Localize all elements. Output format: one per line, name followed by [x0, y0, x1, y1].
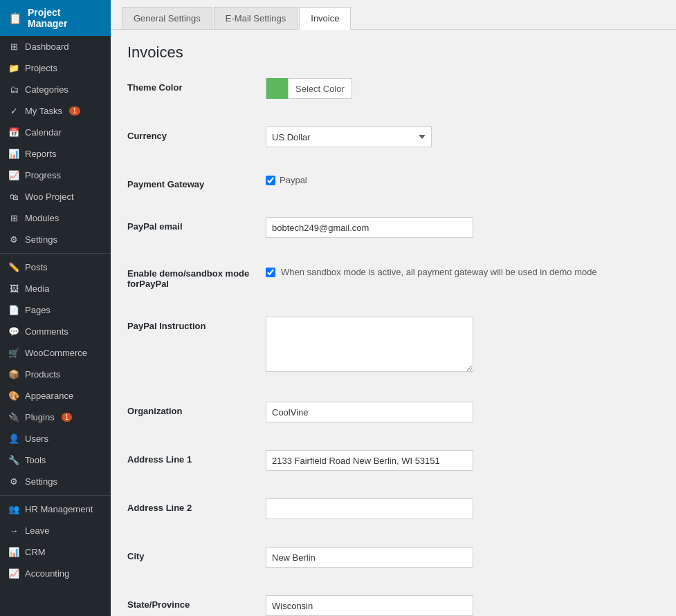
sidebar-item-settings[interactable]: ⚙ Settings: [0, 229, 111, 250]
sidebar-item-label: Settings: [25, 476, 57, 487]
paypal-instruction-label: PayPal Instruction: [127, 317, 266, 331]
sidebar-item-label: Categories: [25, 84, 68, 95]
sidebar-item-label: HR Management: [25, 504, 93, 514]
users-icon: 👤: [8, 433, 19, 444]
sandbox-checkbox[interactable]: [266, 268, 275, 277]
color-picker-label: Select Color: [289, 84, 351, 94]
sidebar-item-label: Woo Project: [25, 192, 74, 202]
tools-icon: 🔧: [8, 455, 19, 465]
address-line-2-row: Address Line 2: [127, 498, 659, 533]
color-picker-button[interactable]: Select Color: [266, 78, 352, 99]
sidebar-item-projects[interactable]: 📁 Projects: [0, 57, 111, 79]
tab-invoice[interactable]: Invoice: [299, 7, 351, 30]
categories-icon: 🗂: [8, 84, 19, 95]
paypal-checkbox[interactable]: [266, 176, 275, 185]
my-tasks-badge: 1: [69, 106, 80, 115]
sidebar-item-label: WooCommerce: [25, 348, 87, 358]
city-row: City: [127, 547, 659, 581]
sidebar-header[interactable]: 📋 Project Manager: [0, 0, 111, 36]
sidebar-divider-1: [0, 253, 111, 254]
woo-project-icon: 🛍: [8, 192, 19, 202]
sidebar-item-accounting[interactable]: 📈 Accounting: [0, 563, 111, 584]
sidebar-item-label: Modules: [25, 213, 59, 223]
sidebar-item-label: Posts: [25, 262, 48, 272]
color-swatch: [266, 78, 289, 99]
sidebar-item-appearance[interactable]: 🎨 Appearance: [0, 385, 111, 407]
accounting-icon: 📈: [8, 568, 19, 579]
woocommerce-icon: 🛒: [8, 348, 19, 358]
sidebar-item-my-tasks[interactable]: ✓ My Tasks 1: [0, 100, 111, 122]
paypal-instruction-row: PayPal Instruction: [127, 317, 659, 388]
paypal-email-input[interactable]: [266, 217, 473, 238]
sidebar-item-woocommerce[interactable]: 🛒 WooCommerce: [0, 342, 111, 364]
paypal-checkbox-row: Paypal: [266, 175, 659, 185]
organization-label: Organization: [127, 402, 266, 416]
theme-color-label: Theme Color: [127, 78, 266, 93]
sidebar-item-label: Calendar: [25, 127, 62, 138]
sidebar-item-label: Accounting: [25, 568, 69, 579]
products-icon: 📦: [8, 369, 19, 380]
sidebar-item-label: Plugins: [25, 412, 55, 422]
sandbox-mode-label: Enable demo/sandbox mode forPayPal: [127, 265, 266, 289]
sidebar-item-tools[interactable]: 🔧 Tools: [0, 449, 111, 471]
sidebar-item-modules[interactable]: ⊞ Modules: [0, 207, 111, 229]
state-row: State/Province: [127, 595, 659, 616]
paypal-instruction-textarea[interactable]: [266, 317, 473, 372]
tab-email-settings[interactable]: E-Mail Settings: [214, 7, 298, 29]
progress-icon: 📈: [8, 170, 19, 180]
sidebar-item-woo-project[interactable]: 🛍 Woo Project: [0, 186, 111, 207]
sidebar-item-comments[interactable]: 💬 Comments: [0, 321, 111, 342]
currency-label: Currency: [127, 127, 266, 141]
sidebar-item-dashboard[interactable]: ⊞ Dashboard: [0, 36, 111, 57]
city-control: [266, 547, 659, 568]
sidebar-item-pages[interactable]: 📄 Pages: [0, 299, 111, 321]
sidebar: 📋 Project Manager ⊞ Dashboard 📁 Projects…: [0, 0, 111, 616]
city-label: City: [127, 547, 266, 561]
sidebar-item-label: Products: [25, 369, 60, 380]
project-manager-icon: 📋: [8, 12, 22, 25]
wp-settings-icon: ⚙: [8, 476, 19, 487]
sidebar-item-progress[interactable]: 📈 Progress: [0, 165, 111, 186]
sidebar-item-calendar[interactable]: 📅 Calendar: [0, 122, 111, 143]
address-line-2-input[interactable]: [266, 498, 473, 519]
sidebar-item-crm[interactable]: 📊 CRM: [0, 541, 111, 563]
state-label: State/Province: [127, 595, 266, 610]
projects-icon: 📁: [8, 63, 19, 73]
sidebar-item-label: Dashboard: [25, 41, 69, 52]
sidebar-item-products[interactable]: 📦 Products: [0, 364, 111, 385]
theme-color-control: Select Color: [266, 78, 659, 99]
theme-color-row: Theme Color Select Color: [127, 78, 659, 113]
sidebar-item-plugins[interactable]: 🔌 Plugins 1: [0, 407, 111, 428]
sandbox-checkbox-row: When sandbox mode is active, all payment…: [266, 265, 659, 279]
state-input[interactable]: [266, 595, 473, 616]
address-line-1-label: Address Line 1: [127, 450, 266, 465]
page-body: Invoices Theme Color Select Color Curren…: [111, 30, 676, 616]
address-line-1-input[interactable]: [266, 450, 473, 471]
sidebar-item-label: Reports: [25, 149, 57, 159]
organization-input[interactable]: [266, 402, 473, 422]
sidebar-title: Project Manager: [28, 7, 102, 29]
paypal-checkbox-label: Paypal: [280, 175, 307, 185]
address-line-1-control: [266, 450, 659, 471]
sidebar-item-leave[interactable]: → Leave: [0, 520, 111, 541]
city-input[interactable]: [266, 547, 473, 568]
address-line-2-label: Address Line 2: [127, 498, 266, 513]
sidebar-item-posts[interactable]: ✏️ Posts: [0, 256, 111, 278]
sidebar-item-categories[interactable]: 🗂 Categories: [0, 79, 111, 100]
sidebar-item-label: My Tasks: [25, 106, 62, 116]
sidebar-item-users[interactable]: 👤 Users: [0, 428, 111, 449]
pages-icon: 📄: [8, 305, 19, 315]
currency-select[interactable]: US DollarEuroBritish PoundCanadian Dolla…: [266, 127, 432, 147]
settings-icon: ⚙: [8, 234, 19, 245]
sidebar-item-reports[interactable]: 📊 Reports: [0, 143, 111, 165]
reports-icon: 📊: [8, 149, 19, 159]
sidebar-item-media[interactable]: 🖼 Media: [0, 278, 111, 299]
plugins-badge: 1: [62, 413, 73, 422]
dashboard-icon: ⊞: [8, 41, 19, 52]
currency-row: Currency US DollarEuroBritish PoundCanad…: [127, 127, 659, 161]
sidebar-item-wp-settings[interactable]: ⚙ Settings: [0, 471, 111, 492]
tab-general-settings[interactable]: General Settings: [122, 7, 212, 29]
posts-icon: ✏️: [8, 262, 19, 272]
sidebar-item-hr-management[interactable]: 👥 HR Management: [0, 498, 111, 520]
hr-management-icon: 👥: [8, 504, 19, 514]
